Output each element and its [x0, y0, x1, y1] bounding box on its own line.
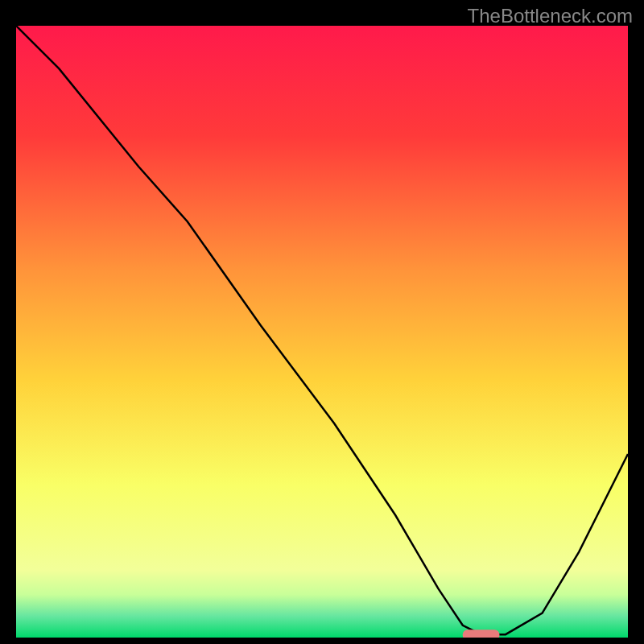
chart-background	[16, 26, 628, 638]
chart-container	[16, 26, 628, 638]
optimal-marker	[463, 630, 500, 638]
watermark-text: TheBottleneck.com	[468, 5, 633, 27]
bottleneck-chart	[16, 26, 628, 638]
